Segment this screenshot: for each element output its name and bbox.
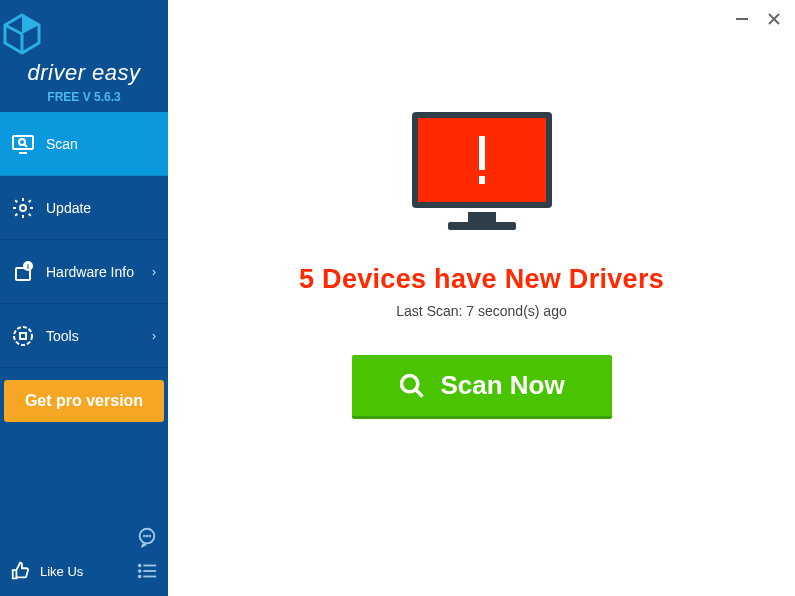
svg-point-18 xyxy=(139,565,141,567)
svg-point-17 xyxy=(149,536,150,537)
feedback-icon[interactable] xyxy=(136,526,158,548)
tools-icon xyxy=(10,323,36,349)
close-button[interactable] xyxy=(765,10,783,28)
svg-point-20 xyxy=(139,570,141,572)
svg-line-3 xyxy=(5,25,22,34)
monitor-search-icon xyxy=(10,131,36,157)
sidebar-item-label: Tools xyxy=(46,328,79,344)
sidebar: driver easy FREE V 5.6.3 Scan Update i H… xyxy=(0,0,168,596)
svg-rect-4 xyxy=(13,136,33,149)
svg-line-34 xyxy=(416,389,423,396)
chevron-right-icon: › xyxy=(152,265,156,279)
minimize-button[interactable] xyxy=(733,10,751,28)
sidebar-nav: Scan Update i Hardware Info › Tools › xyxy=(0,112,168,368)
sidebar-item-hardware-info[interactable]: i Hardware Info › xyxy=(0,240,168,304)
alert-monitor-icon xyxy=(408,108,556,236)
svg-rect-30 xyxy=(448,222,516,230)
sidebar-bottom: Like Us xyxy=(0,518,168,596)
scan-now-label: Scan Now xyxy=(440,370,564,401)
svg-rect-31 xyxy=(479,136,485,170)
get-pro-button[interactable]: Get pro version xyxy=(4,380,164,422)
svg-point-16 xyxy=(147,536,148,537)
sidebar-item-tools[interactable]: Tools › xyxy=(0,304,168,368)
svg-text:i: i xyxy=(27,263,29,270)
search-icon xyxy=(398,372,426,400)
sidebar-item-update[interactable]: Update xyxy=(0,176,168,240)
svg-marker-1 xyxy=(22,15,39,34)
version-label: FREE V 5.6.3 xyxy=(0,90,168,104)
devices-headline: 5 Devices have New Drivers xyxy=(299,264,664,295)
sidebar-extra-icons xyxy=(136,526,158,582)
brand-name: driver easy xyxy=(0,60,168,86)
spacer xyxy=(0,434,168,518)
sidebar-item-scan[interactable]: Scan xyxy=(0,112,168,176)
svg-point-33 xyxy=(402,375,418,391)
sidebar-item-label: Hardware Info xyxy=(46,264,134,280)
menu-list-icon[interactable] xyxy=(136,560,158,582)
sidebar-item-label: Scan xyxy=(46,136,78,152)
svg-rect-29 xyxy=(468,212,496,222)
window-controls xyxy=(733,10,783,28)
last-scan-label: Last Scan: 7 second(s) ago xyxy=(396,303,566,319)
svg-rect-13 xyxy=(20,333,26,339)
chip-info-icon: i xyxy=(10,259,36,285)
sidebar-item-label: Update xyxy=(46,200,91,216)
thumbs-up-icon xyxy=(10,560,32,582)
gear-icon xyxy=(10,195,36,221)
svg-point-15 xyxy=(144,536,145,537)
main-panel: 5 Devices have New Drivers Last Scan: 7 … xyxy=(168,0,795,596)
logo-icon xyxy=(0,12,168,56)
chevron-right-icon: › xyxy=(152,329,156,343)
svg-point-12 xyxy=(14,327,32,345)
svg-rect-32 xyxy=(479,176,485,184)
scan-now-button[interactable]: Scan Now xyxy=(352,355,612,419)
svg-line-7 xyxy=(24,144,27,147)
logo-area: driver easy FREE V 5.6.3 xyxy=(0,0,168,112)
like-us-button[interactable]: Like Us xyxy=(10,560,83,582)
svg-point-8 xyxy=(20,205,26,211)
like-us-label: Like Us xyxy=(40,564,83,579)
svg-point-22 xyxy=(139,576,141,578)
